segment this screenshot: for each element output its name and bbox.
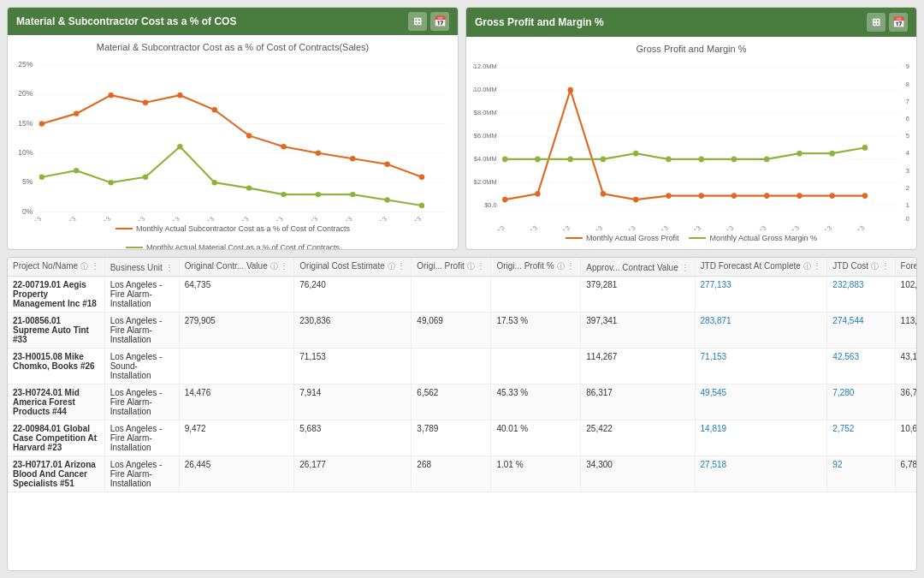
th-menu-op[interactable]: ⋮ — [477, 261, 485, 271]
th-menu-acv[interactable]: ⋮ — [681, 263, 690, 272]
th-help-jtdc[interactable]: ⓘ — [871, 262, 879, 271]
cell-original-cost-estimate: 26,177 — [294, 456, 412, 492]
right-chart-calendar-icon[interactable]: 📅 — [889, 13, 908, 32]
svg-text:February 2013: February 2013 — [43, 215, 78, 221]
cell-original-profit: 49,069 — [412, 313, 491, 349]
svg-text:October 2013: October 2013 — [321, 215, 353, 221]
th-help-oce[interactable]: ⓘ — [388, 262, 395, 271]
svg-text:40%: 40% — [906, 149, 909, 157]
cell-jtd-forecast: 283,871 — [695, 313, 827, 349]
th-jtd-cost: JTD Cost ⓘ ⋮ — [827, 258, 895, 277]
svg-text:50%: 50% — [906, 132, 909, 140]
table-row: 23-H0724.01 Mid America Forest Products … — [8, 384, 917, 420]
cell-approved-contract-value: 34,300 — [581, 456, 695, 492]
svg-point-90 — [699, 157, 704, 163]
cell-original-contract-value: 26,445 — [179, 456, 294, 492]
left-legend-item-1: Monthly Actual Subcontractor Cost as a %… — [116, 224, 350, 233]
svg-point-20 — [316, 151, 321, 156]
right-legend-item-2: Monthly Actual Gross Margin % — [689, 234, 817, 242]
cell-jtd-cost: 232,883 — [827, 277, 895, 313]
svg-point-32 — [316, 192, 321, 197]
svg-point-34 — [384, 197, 389, 202]
cell-forecast-profit: 36,772 — [895, 384, 917, 420]
svg-point-18 — [246, 133, 252, 138]
th-menu-ocv[interactable]: ⋮ — [280, 261, 288, 271]
svg-point-84 — [502, 157, 507, 163]
right-chart-panel: Gross Profit and Margin % ⊞ 📅 Gross Prof… — [465, 7, 917, 250]
svg-point-76 — [633, 197, 638, 203]
right-chart-subtitle: Gross Profit and Margin % — [473, 44, 909, 54]
cell-jtd-cost: 274,544 — [827, 313, 895, 349]
svg-point-81 — [797, 193, 802, 199]
right-chart-hierarchy-icon[interactable]: ⊞ — [867, 13, 886, 32]
th-help-opp[interactable]: ⓘ — [557, 262, 565, 271]
svg-text:May 2013: May 2013 — [612, 224, 637, 230]
cell-original-profit-pct — [491, 277, 581, 313]
right-chart-body: Gross Profit and Margin % $12.0MM $10.0M… — [466, 37, 916, 249]
th-menu-oce[interactable]: ⋮ — [397, 261, 406, 271]
svg-point-88 — [633, 151, 638, 157]
th-menu-jtdf[interactable]: ⋮ — [813, 261, 821, 271]
svg-point-95 — [862, 145, 868, 151]
th-help-ocv[interactable]: ⓘ — [270, 262, 278, 271]
svg-text:20%: 20% — [18, 89, 33, 98]
svg-point-87 — [601, 157, 606, 163]
svg-point-78 — [699, 193, 704, 199]
table-header-row: Project No/Name ⓘ ⋮ Business Unit ⋮ Orig… — [8, 258, 917, 277]
cell-jtd-forecast: 277,133 — [695, 277, 827, 313]
svg-text:25%: 25% — [18, 60, 33, 69]
svg-point-21 — [350, 156, 355, 161]
cell-approved-contract-value: 379,281 — [581, 277, 695, 313]
svg-text:70%: 70% — [906, 98, 909, 105]
cell-jtd-cost: 2,752 — [827, 420, 895, 456]
svg-point-92 — [764, 157, 769, 163]
svg-text:5%: 5% — [22, 177, 33, 186]
right-legend-line-1 — [566, 237, 583, 239]
cell-forecast-profit: 113,470 — [895, 313, 917, 349]
cell-original-contract-value — [179, 349, 294, 384]
cell-original-contract-value: 279,905 — [179, 313, 294, 349]
cell-approved-contract-value: 114,267 — [581, 349, 695, 384]
cell-original-profit: 268 — [412, 456, 491, 492]
cell-project-name: 22-00719.01 Aegis Property Management In… — [8, 277, 104, 313]
th-help-op[interactable]: ⓘ — [467, 262, 475, 271]
left-chart-calendar-icon[interactable]: 📅 — [430, 12, 449, 31]
th-help-project[interactable]: ⓘ — [80, 262, 88, 271]
cell-jtd-cost: 42,563 — [827, 349, 895, 384]
th-forecast-profit: Forec... Profit ⓘ ⋮ — [895, 258, 917, 277]
svg-point-25 — [74, 168, 79, 173]
cell-business-unit: Los Angeles - Fire Alarm-Installation — [104, 313, 179, 349]
svg-text:November 2013: November 2013 — [797, 224, 833, 230]
right-chart-icons: ⊞ 📅 — [867, 13, 908, 32]
svg-point-14 — [108, 92, 113, 98]
svg-point-35 — [419, 203, 424, 208]
cell-project-name: 23-H0015.08 Mike Chomko, Books #26 — [8, 349, 104, 384]
svg-text:10%: 10% — [906, 201, 909, 209]
cell-jtd-forecast: 49,545 — [695, 384, 827, 420]
svg-point-79 — [732, 193, 737, 199]
th-menu-jtdc[interactable]: ⋮ — [881, 261, 890, 271]
right-legend-line-2 — [689, 237, 706, 239]
th-menu-opp[interactable]: ⋮ — [566, 261, 575, 271]
th-menu-bu[interactable]: ⋮ — [165, 263, 174, 272]
left-chart-subtitle: Material & Subcontractor Cost as a % of … — [15, 42, 451, 52]
svg-point-73 — [535, 191, 540, 197]
left-chart-hierarchy-icon[interactable]: ⊞ — [408, 12, 427, 31]
th-help-jtdf[interactable]: ⓘ — [803, 262, 811, 271]
project-table: Project No/Name ⓘ ⋮ Business Unit ⋮ Orig… — [8, 258, 917, 492]
right-chart-title: Gross Profit and Margin % — [475, 16, 604, 28]
cell-original-contract-value: 9,472 — [179, 420, 294, 456]
cell-jtd-cost: 7,280 — [827, 384, 895, 420]
cell-forecast-profit: 102,148 — [895, 277, 917, 313]
cell-project-name: 23-H0724.01 Mid America Forest Products … — [8, 384, 104, 420]
cell-jtd-forecast: 14,819 — [695, 420, 827, 456]
svg-text:May 2013: May 2013 — [156, 215, 181, 221]
right-chart-legend: Monthly Actual Gross Profit Monthly Actu… — [473, 234, 909, 242]
svg-text:March 2013: March 2013 — [83, 215, 112, 221]
cell-original-cost-estimate: 5,683 — [294, 420, 412, 456]
svg-text:January 2013: January 2013 — [15, 215, 43, 221]
cell-original-profit-pct: 45.33 % — [491, 384, 581, 420]
th-menu-project[interactable]: ⋮ — [91, 261, 99, 271]
left-chart-icons: ⊞ 📅 — [408, 12, 449, 31]
svg-point-77 — [666, 193, 671, 199]
